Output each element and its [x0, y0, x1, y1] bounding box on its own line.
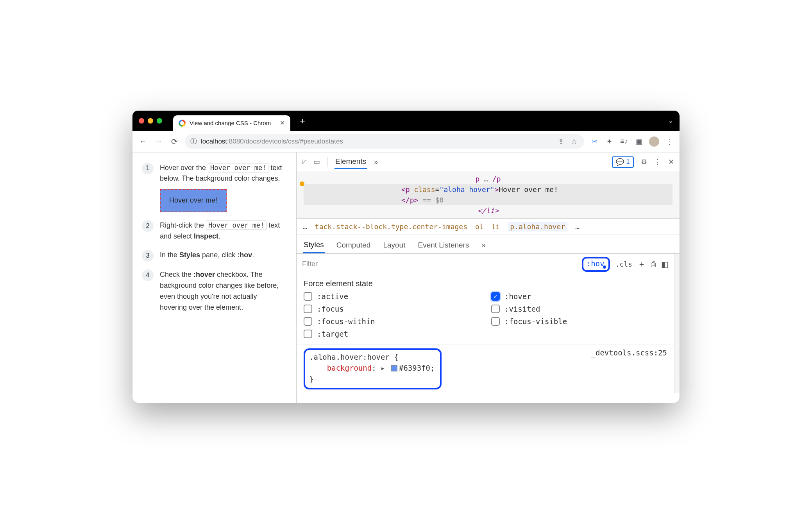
breadcrumbs[interactable]: … tack.stack--block.type.center-images o…: [297, 219, 680, 235]
step-4: 4 Check the :hover checkbox. The backgro…: [142, 269, 284, 313]
pseudo-visited[interactable]: :visited: [491, 305, 667, 313]
side-panel-icon[interactable]: ▣: [634, 137, 644, 146]
subtab-events[interactable]: Event Listeners: [417, 238, 470, 253]
titlebar: View and change CSS - Chrom ✕ ＋ ⌄: [132, 111, 680, 131]
bookmark-icon[interactable]: ☆: [569, 137, 579, 146]
force-title: Force element state: [304, 279, 667, 288]
subtab-styles[interactable]: Styles: [303, 237, 325, 253]
window-controls: [139, 118, 162, 124]
back-button[interactable]: ←: [138, 137, 148, 146]
crumb[interactable]: ol: [475, 222, 484, 231]
subtab-layout[interactable]: Layout: [382, 238, 406, 253]
step-badge: 3: [142, 250, 154, 262]
css-rule-highlight: .aloha.hover:hover { background: ▸ #6393…: [304, 348, 442, 390]
subtab-more-icon[interactable]: »: [481, 238, 486, 253]
status-dot-icon: [300, 181, 304, 186]
step-1: 1 Hover over the Hover over me! text bel…: [142, 163, 284, 213]
inspect-icon[interactable]: ⟀: [302, 158, 306, 166]
step-3: 3 In the Styles pane, click :hov.: [142, 250, 284, 262]
share-icon[interactable]: ⇪: [556, 137, 565, 146]
pseudo-focus[interactable]: :focus: [304, 305, 479, 313]
crumb-selected[interactable]: p.aloha.hover: [508, 222, 567, 231]
new-tab-button[interactable]: ＋: [298, 115, 307, 127]
new-style-rule-icon[interactable]: ＋: [638, 259, 646, 269]
css-rule[interactable]: .aloha.hover:hover { background: ▸ #6393…: [297, 344, 674, 394]
tabs-chevron-icon[interactable]: ⌄: [668, 117, 673, 124]
hov-toggle-button[interactable]: :hov: [582, 257, 610, 272]
issues-button[interactable]: 💬 1: [612, 156, 634, 168]
chrome-favicon-icon: [179, 120, 186, 127]
crumb[interactable]: li: [492, 222, 500, 231]
styles-filter-input[interactable]: Filter: [302, 260, 576, 268]
force-element-state: Force element state :active ✓:hover :foc…: [297, 275, 674, 344]
device-toggle-icon[interactable]: ▭: [313, 158, 320, 166]
close-window-icon[interactable]: [139, 118, 144, 124]
rule-source-link[interactable]: _devtools.scss:25: [591, 348, 667, 357]
settings-icon[interactable]: ⚙: [641, 158, 647, 166]
scrollbar[interactable]: [674, 254, 680, 394]
pseudo-focus-within[interactable]: :focus-within: [304, 317, 479, 326]
step-badge: 1: [142, 163, 154, 174]
kebab-icon[interactable]: ⋮: [654, 158, 661, 166]
step-2: 2 Right-click the Hover over me! text an…: [142, 220, 284, 242]
doc-page: 1 Hover over the Hover over me! text bel…: [132, 152, 297, 403]
more-tabs-icon[interactable]: »: [374, 158, 378, 166]
browser-window: View and change CSS - Chrom ✕ ＋ ⌄ ← → ⟳ …: [132, 111, 680, 403]
reload-button[interactable]: ⟳: [169, 137, 179, 146]
devtools-tabbar: ⟀ ▭ Elements » 💬 1 ⚙ ⋮ ✕: [297, 152, 680, 172]
cls-toggle-button[interactable]: .cls: [615, 260, 632, 268]
reading-list-icon[interactable]: ≡♪: [619, 137, 629, 145]
color-swatch-icon[interactable]: [391, 365, 397, 371]
tab-title: View and change CSS - Chrom: [190, 120, 271, 126]
issues-icon: 💬: [616, 158, 624, 166]
maximize-window-icon[interactable]: [157, 118, 162, 124]
pseudo-target[interactable]: :target: [304, 330, 479, 338]
step-badge: 4: [142, 269, 154, 281]
close-devtools-icon[interactable]: ✕: [668, 158, 674, 166]
minimize-window-icon[interactable]: [148, 118, 153, 124]
site-info-icon[interactable]: ⓘ: [190, 137, 197, 146]
computed-toggle-icon[interactable]: ◧: [661, 260, 669, 269]
code-snippet: Hover over me!: [208, 163, 268, 172]
styles-subtabs: Styles Computed Layout Event Listeners »: [297, 235, 680, 254]
devtools-panel: ⟀ ▭ Elements » 💬 1 ⚙ ⋮ ✕ p … /p <p class…: [297, 152, 680, 403]
extensions-icon[interactable]: ✦: [605, 137, 614, 146]
tab-elements[interactable]: Elements: [334, 155, 367, 169]
forward-button[interactable]: →: [154, 137, 164, 146]
browser-toolbar: ← → ⟳ ⓘ localhost:8080/docs/devtools/css…: [132, 131, 680, 152]
code-snippet: Hover over me!: [206, 221, 266, 230]
scissors-icon[interactable]: ✂: [590, 137, 599, 146]
browser-tab[interactable]: View and change CSS - Chrom ✕: [173, 115, 290, 131]
pseudo-active[interactable]: :active: [304, 292, 479, 301]
subtab-computed[interactable]: Computed: [336, 238, 372, 253]
dom-selected-node[interactable]: <p class="aloha hover">Hover over me!: [304, 184, 672, 195]
pseudo-hover[interactable]: ✓:hover: [491, 292, 667, 301]
profile-avatar[interactable]: [649, 136, 659, 147]
dom-tree[interactable]: p … /p <p class="aloha hover">Hover over…: [297, 172, 680, 219]
url-text: localhost:8080/docs/devtools/css/#pseudo…: [201, 138, 343, 145]
address-bar[interactable]: ⓘ localhost:8080/docs/devtools/css/#pseu…: [185, 134, 584, 149]
content-area: 1 Hover over the Hover over me! text bel…: [132, 152, 680, 403]
paint-icon[interactable]: ⎙: [651, 260, 656, 269]
step-badge: 2: [142, 220, 154, 232]
pseudo-focus-visible[interactable]: :focus-visible: [491, 317, 667, 326]
hover-demo-box[interactable]: Hover over me!: [160, 189, 227, 212]
menu-icon[interactable]: ⋮: [665, 137, 674, 146]
close-tab-icon[interactable]: ✕: [280, 119, 285, 127]
crumb[interactable]: tack.stack--block.type.center-images: [315, 222, 467, 231]
styles-filter-row: Filter :hov .cls ＋ ⎙ ◧: [297, 254, 674, 275]
